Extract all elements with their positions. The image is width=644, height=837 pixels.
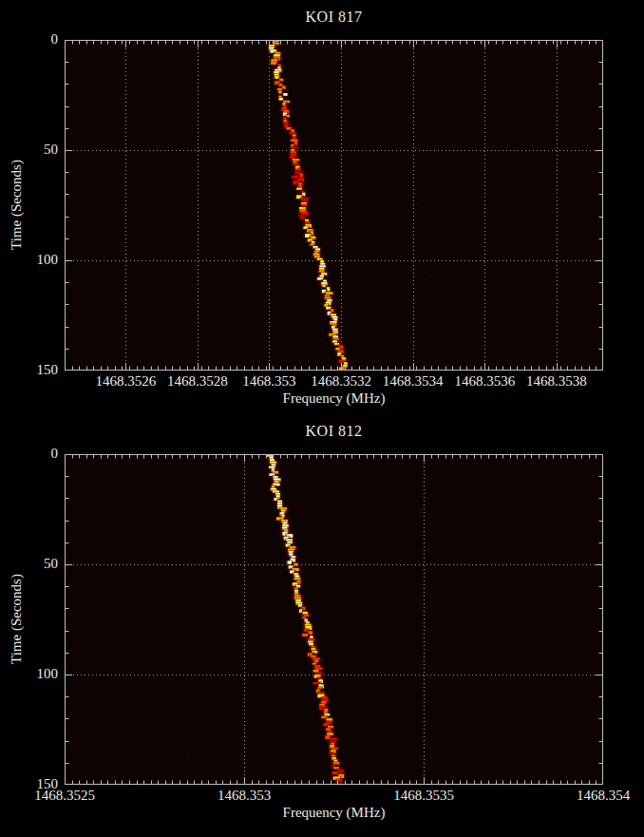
y-tick-label: 150 [0, 362, 58, 378]
y-tick-label: 50 [0, 142, 58, 158]
spectrogram-figure: { "figure": { "background": "#000000", "… [0, 0, 644, 837]
koi-812-panel: KOI 812 Time (Seconds) 050100150 1468.35… [0, 414, 644, 837]
x-tick-label: 1468.354 [551, 788, 644, 804]
x-tick-label: 1468.3535 [371, 788, 476, 804]
x-axis-label: Frequency (MHz) [65, 390, 603, 407]
x-tick-label: 1468.3538 [504, 373, 609, 390]
y-tick-label: 0 [0, 446, 58, 462]
waterfall-plot-koi817 [65, 40, 603, 371]
koi-817-panel: KOI 817 Time (Seconds) 050100150 1468.35… [0, 0, 644, 423]
x-tick-label: 1468.3525 [12, 788, 117, 804]
y-tick-label: 50 [0, 556, 58, 572]
y-tick-label: 100 [0, 252, 58, 268]
x-axis-label: Frequency (MHz) [65, 805, 603, 821]
waterfall-plot-koi812 [65, 454, 603, 785]
plot-title: KOI 817 [65, 9, 603, 26]
y-tick-label: 100 [0, 666, 58, 682]
y-tick-label: 0 [0, 31, 58, 48]
plot-title: KOI 812 [65, 423, 603, 440]
x-tick-label: 1468.353 [192, 788, 296, 804]
